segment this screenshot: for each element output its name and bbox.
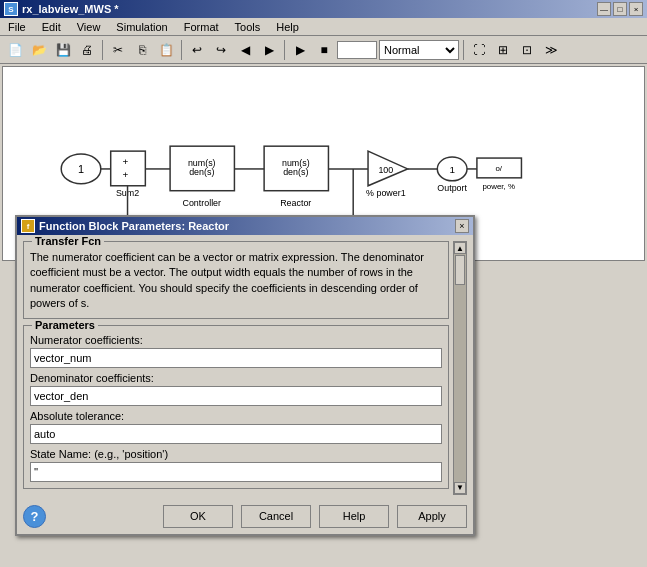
stop-button[interactable]: ■ (313, 39, 335, 61)
menu-view[interactable]: View (73, 20, 105, 34)
dialog-scrollbar[interactable]: ▲ ▼ (453, 241, 467, 495)
apply-button[interactable]: Apply (397, 505, 467, 528)
transfer-fcn-description: The numerator coefficient can be a vecto… (30, 250, 442, 312)
dialog-title-bar: f Function Block Parameters: Reactor × (17, 217, 473, 235)
window-title: rx_labview_MWS * (22, 3, 119, 15)
numerator-input[interactable] (30, 348, 442, 368)
svg-text:o/: o/ (495, 164, 502, 173)
paste-button[interactable]: 📋 (155, 39, 177, 61)
nav-back-button[interactable]: ◀ (234, 39, 256, 61)
ok-button[interactable]: OK (163, 505, 233, 528)
svg-text:1: 1 (78, 163, 84, 175)
svg-text:power, %: power, % (482, 182, 515, 191)
scrollbar-down-button[interactable]: ▼ (454, 482, 466, 494)
menu-tools[interactable]: Tools (231, 20, 265, 34)
tolerance-input[interactable] (30, 424, 442, 444)
zoom-input[interactable]: 100 (337, 41, 377, 59)
title-bar-left: S rx_labview_MWS * (4, 2, 119, 16)
svg-text:% power1: % power1 (366, 188, 406, 198)
copy-button[interactable]: ⎘ (131, 39, 153, 61)
dialog-title-left: f Function Block Parameters: Reactor (21, 219, 229, 233)
denominator-label: Denominator coefficients: (30, 372, 442, 384)
svg-text:Outport: Outport (437, 183, 467, 193)
menu-file[interactable]: File (4, 20, 30, 34)
save-button[interactable]: 💾 (52, 39, 74, 61)
denominator-input[interactable] (30, 386, 442, 406)
open-button[interactable]: 📂 (28, 39, 50, 61)
cancel-button[interactable]: Cancel (241, 505, 311, 528)
svg-text:den(s): den(s) (283, 167, 308, 177)
nav-forward-button[interactable]: ▶ (258, 39, 280, 61)
menu-format[interactable]: Format (180, 20, 223, 34)
dialog-buttons: ? OK Cancel Help Apply (17, 501, 473, 534)
svg-text:den(s): den(s) (189, 167, 214, 177)
dialog-icon: f (21, 219, 35, 233)
help-button[interactable]: Help (319, 505, 389, 528)
redo-button[interactable]: ↪ (210, 39, 232, 61)
tolerance-label: Absolute tolerance: (30, 410, 442, 422)
state-name-label: State Name: (e.g., 'position') (30, 448, 442, 460)
scrollbar-thumb[interactable] (455, 255, 465, 285)
menu-edit[interactable]: Edit (38, 20, 65, 34)
sep2 (181, 40, 182, 60)
title-bar-buttons[interactable]: — □ × (597, 2, 643, 16)
close-button[interactable]: × (629, 2, 643, 16)
svg-text:Reactor: Reactor (280, 198, 311, 208)
mode-select[interactable]: Normal Accelerator Rapid Accelerator (379, 40, 459, 60)
parameters-group: Parameters Numerator coefficients: Denom… (23, 325, 449, 489)
new-button[interactable]: 📄 (4, 39, 26, 61)
minimize-button[interactable]: — (597, 2, 611, 16)
scrollbar-track[interactable] (454, 254, 466, 482)
parameters-title: Parameters (32, 319, 98, 331)
menu-simulation[interactable]: Simulation (112, 20, 171, 34)
fit-button[interactable]: ⛶ (468, 39, 490, 61)
port-button[interactable]: ⊡ (516, 39, 538, 61)
svg-text:Controller: Controller (182, 198, 221, 208)
svg-text:+: + (123, 169, 129, 180)
svg-text:+: + (123, 156, 129, 167)
svg-text:1: 1 (449, 164, 455, 175)
more-button[interactable]: ≫ (540, 39, 562, 61)
simulink-icon: S (4, 2, 18, 16)
dialog-close-button[interactable]: × (455, 219, 469, 233)
dialog-content: Transfer Fcn The numerator coefficient c… (23, 241, 449, 495)
undo-button[interactable]: ↩ (186, 39, 208, 61)
numerator-label: Numerator coefficients: (30, 334, 442, 346)
cut-button[interactable]: ✂ (107, 39, 129, 61)
menu-bar: File Edit View Simulation Format Tools H… (0, 18, 647, 36)
dialog-body: Transfer Fcn The numerator coefficient c… (17, 235, 473, 501)
run-button[interactable]: ▶ (289, 39, 311, 61)
sep4 (463, 40, 464, 60)
menu-help[interactable]: Help (272, 20, 303, 34)
toolbar: 📄 📂 💾 🖨 ✂ ⎘ 📋 ↩ ↪ ◀ ▶ ▶ ■ 100 Normal Acc… (0, 36, 647, 64)
help-icon-button[interactable]: ? (23, 505, 46, 528)
print-button[interactable]: 🖨 (76, 39, 98, 61)
dialog-title: Function Block Parameters: Reactor (39, 220, 229, 232)
maximize-button[interactable]: □ (613, 2, 627, 16)
title-bar: S rx_labview_MWS * — □ × (0, 0, 647, 18)
sep1 (102, 40, 103, 60)
svg-text:100: 100 (378, 165, 393, 175)
sep3 (284, 40, 285, 60)
grid-button[interactable]: ⊞ (492, 39, 514, 61)
state-name-input[interactable] (30, 462, 442, 482)
function-block-dialog: f Function Block Parameters: Reactor × T… (15, 215, 475, 536)
transfer-fcn-group: Transfer Fcn The numerator coefficient c… (23, 241, 449, 319)
scrollbar-up-button[interactable]: ▲ (454, 242, 466, 254)
transfer-fcn-title: Transfer Fcn (32, 235, 104, 247)
